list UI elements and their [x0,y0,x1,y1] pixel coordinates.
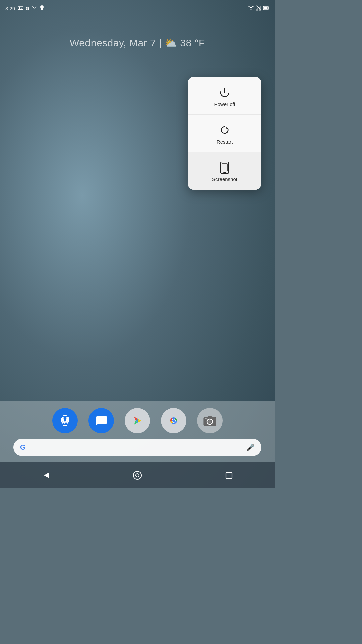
microphone-icon[interactable]: 🎤 [246,443,255,451]
dock-apps [0,408,275,433]
back-button[interactable] [38,467,54,484]
status-bar: 3:29 G [0,0,275,17]
chrome-icon [165,412,182,429]
power-menu: Power off Restart Screenshot [188,77,261,190]
google-g-icon: G [20,443,26,452]
battery-icon [263,6,269,11]
restart-icon [219,124,231,136]
svg-rect-36 [226,472,232,478]
back-arrow-icon [42,471,50,479]
svg-marker-21 [138,419,141,423]
date-weather: Wednesday, Mar 7 | ⛅ 38 °F [0,37,275,49]
camera-icon [203,414,217,428]
camera-app[interactable] [197,408,223,433]
screenshot-label: Screenshot [212,176,237,182]
status-right [248,5,269,12]
google-search-bar[interactable]: G 🎤 [13,439,261,456]
power-icon [219,87,231,99]
navigation-bar [0,462,275,488]
messages-app[interactable] [88,408,114,433]
svg-rect-4 [257,8,258,11]
home-circle-icon [133,471,142,480]
status-left: 3:29 G [5,5,44,12]
date-text: Wednesday, Mar 7 [70,37,156,48]
svg-rect-32 [205,418,207,419]
svg-point-31 [208,420,211,423]
recents-square-icon [225,472,233,479]
google-icon: G [26,6,29,11]
separator: | [159,37,165,48]
weather-cloud-icon: ⛅ [165,37,177,48]
gmail-icon [32,6,37,11]
home-button[interactable] [129,467,146,484]
svg-rect-2 [32,6,37,10]
power-off-button[interactable]: Power off [188,77,261,115]
svg-point-34 [133,471,141,479]
dock-area: G 🎤 [0,401,275,462]
play-store-app[interactable] [125,408,150,433]
svg-rect-14 [222,164,227,171]
wifi-icon [248,6,254,11]
phone-app[interactable] [52,408,78,433]
screenshot-button[interactable]: Screenshot [188,152,261,190]
play-store-icon [131,414,144,427]
recents-button[interactable] [221,467,237,484]
svg-rect-9 [264,7,268,9]
maps-icon [40,5,44,12]
signal-icon [256,5,261,12]
svg-marker-33 [44,473,49,478]
temperature-text: 38 °F [180,37,205,48]
svg-rect-0 [18,6,23,10]
svg-point-35 [136,474,139,477]
gallery-icon [18,6,23,11]
restart-button[interactable]: Restart [188,115,261,152]
status-time: 3:29 [5,6,15,11]
screenshot-icon [219,162,230,174]
messages-icon [94,414,108,428]
phone-handset-icon [59,414,71,427]
svg-rect-3 [256,9,257,11]
svg-rect-10 [269,7,269,9]
chrome-app[interactable] [161,408,186,433]
svg-point-27 [172,419,175,422]
power-off-label: Power off [214,101,235,107]
restart-label: Restart [217,139,233,145]
